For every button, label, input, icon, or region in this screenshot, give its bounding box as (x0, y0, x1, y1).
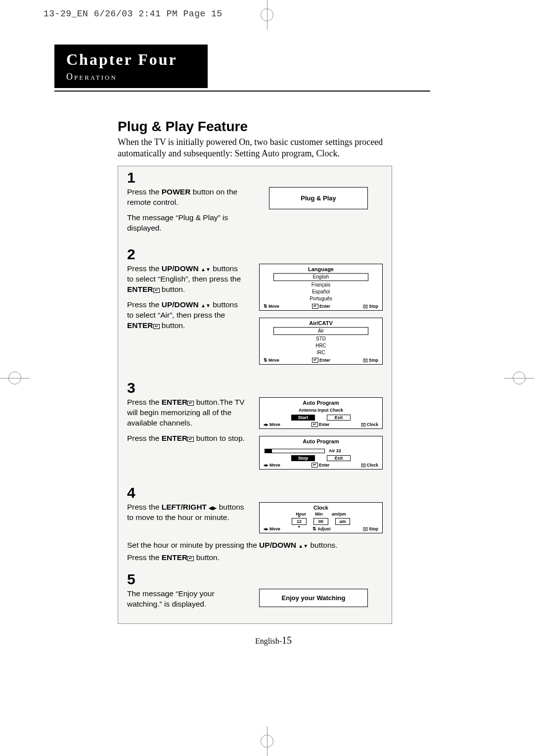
step-number: 2 (127, 247, 383, 262)
crop-mark-bottom (252, 726, 282, 756)
updown-label: UP/DOWN (162, 264, 199, 273)
osd-auto-program-start: Auto Program Antenna Input Check Start E… (259, 397, 383, 429)
updown-label: UP/DOWN (162, 300, 199, 309)
clock-col-hour: Hour (296, 512, 306, 517)
t: Enter (319, 304, 330, 309)
enter-icon: ↵ (153, 288, 160, 293)
step-text: Press the UP/DOWN buttons to select “Eng… (127, 264, 246, 336)
t: Clock (367, 463, 378, 468)
enter-label: ENTER (127, 321, 153, 330)
footer-lang: English- (255, 637, 282, 645)
t: buttons. (308, 541, 337, 549)
t: The message “Plug & Play” is displayed. (127, 213, 246, 234)
step-number: 5 (127, 572, 383, 587)
t: Enter (319, 422, 330, 427)
osd-option: Português (263, 295, 379, 302)
t: button. (160, 285, 185, 293)
t: Enter (319, 358, 330, 363)
t: Set the hour or minute by pressing the (127, 541, 259, 549)
updown-label: UP/DOWN (259, 541, 296, 549)
osd-subline: Antenna Input Check (263, 408, 379, 413)
enter-icon: ↵ (312, 358, 318, 363)
leftright-icon: ◂▸ (264, 526, 268, 531)
enter-label: ENTER (162, 553, 188, 562)
steps-box: 1 Press the POWER button on the remote c… (118, 166, 392, 624)
osd-option-selected: English (273, 273, 368, 281)
t: Move (269, 526, 280, 531)
leftright-label: LEFT/RIGHT (162, 503, 207, 511)
t: Press the (127, 398, 162, 406)
step-5: 5 The message “Enjoy your watching.” is … (127, 572, 383, 614)
t: Press the (127, 553, 162, 562)
leftright-icon: ◂▸ (264, 422, 268, 427)
feature-title: Plug & Play Feature (118, 119, 429, 135)
t: The message “Enjoy your watching.” is di… (127, 589, 246, 610)
step-3: 3 Press the ENTER↵ button.The TV will be… (127, 380, 383, 476)
chapter-subtitle: Operation (66, 72, 196, 82)
step-number: 4 (127, 485, 383, 500)
up-icon (201, 264, 206, 273)
osd-plug-and-play: Plug & Play (269, 187, 368, 209)
step-2: 2 Press the UP/DOWN buttons to select “E… (127, 247, 383, 372)
chapter-header: Chapter Four Operation (54, 45, 208, 88)
osd-button-exit: Exit (327, 415, 351, 421)
step-text: Press the POWER button on the remote con… (127, 187, 246, 238)
stop-icon: ▯▯ (363, 526, 368, 531)
t: button. (160, 321, 185, 330)
stop-icon: ▯▯ (363, 304, 368, 309)
scan-header: 13-29_EN 6/26/03 2:41 PM Page 15 (44, 9, 222, 19)
enter-icon: ↵ (187, 556, 194, 561)
osd-footer: ◂▸Move ↵Enter ▯▯Clock (263, 463, 379, 468)
crop-mark-left (0, 363, 30, 393)
osd-title: Clock (263, 505, 379, 511)
osd-footer: ◂▸Move ↵Enter ▯▯Clock (263, 422, 379, 427)
t: Press the (127, 503, 162, 511)
osd-option: IRC (263, 349, 379, 356)
chapter-rule (54, 91, 430, 92)
clock-val-min: 00 (313, 518, 328, 525)
clock-col-ampm: am/pm (332, 512, 346, 517)
osd-auto-program-progress: Auto Program Air 22 Stop Exit ◂▸Move (259, 436, 383, 470)
updown-icon: ⇅ (312, 526, 316, 531)
chapter-title: Chapter Four (66, 50, 196, 69)
clock-val-hour: 12 (292, 518, 307, 525)
enter-icon: ↵ (153, 324, 160, 329)
t: Move (268, 304, 279, 309)
main-body: Plug & Play Feature When the TV is initi… (118, 119, 429, 646)
osd-option: STD (263, 335, 379, 342)
t: button to stop. (194, 434, 245, 442)
osd-option: Español (263, 288, 379, 295)
progress-label: Air 22 (329, 448, 341, 453)
osd-option: Français (263, 282, 379, 288)
leftright-icon: ◂▸ (264, 463, 268, 468)
t: Move (269, 463, 280, 468)
enter-icon: ↵ (187, 437, 194, 442)
t: Move (268, 358, 279, 363)
content-frame: Chapter Four Operation (54, 45, 430, 88)
step-1: 1 Press the POWER button on the remote c… (127, 170, 383, 238)
progress-bar (265, 449, 325, 453)
step-text: Press the LEFT/RIGHT buttons to move to … (127, 502, 246, 525)
step-4: 4 Press the LEFT/RIGHT buttons to move t… (127, 485, 383, 563)
step-number: 3 (127, 380, 383, 395)
osd-button-exit: Exit (327, 455, 351, 461)
up-icon (298, 541, 303, 549)
osd-option-selected: Air (273, 327, 368, 335)
manual-page: 13-29_EN 6/26/03 2:41 PM Page 15 Chapter… (0, 0, 534, 756)
osd-title: Air/CATV (263, 320, 379, 326)
osd-list: Air STD HRC IRC (263, 327, 379, 356)
t: Press the (127, 188, 162, 196)
osd-aircatv: Air/CATV Air STD HRC IRC ⇅Move ↵Enter ▯▯… (259, 318, 383, 365)
osd-list: English Français Español Português (263, 273, 379, 302)
t: Press the (127, 264, 162, 273)
enter-icon: ↵ (312, 422, 318, 427)
osd-footer: ◂▸Move ⇅Adjust ▯▯Stop (263, 526, 379, 531)
t: Adjust (317, 526, 330, 531)
osd-button-start: Start (291, 415, 315, 421)
osd-title: Language (263, 266, 379, 272)
crop-mark-top (252, 0, 282, 30)
t: Press the (127, 300, 162, 309)
t: Move (269, 422, 280, 427)
footer-page-number: 15 (282, 635, 292, 646)
stop-icon: ▯▯ (363, 358, 368, 363)
